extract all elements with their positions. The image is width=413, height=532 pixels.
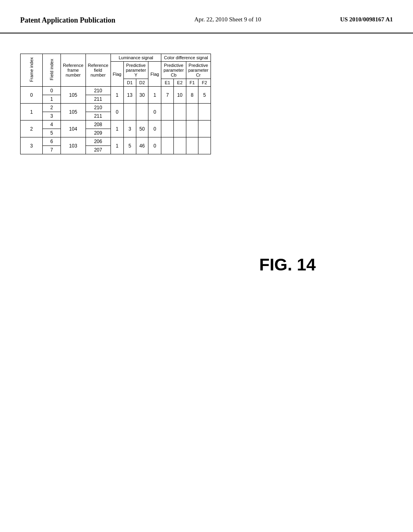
color-e1-header: E1 [161,79,174,87]
color-e1-7: 7 [161,87,174,104]
color-f2-empty-b [198,121,211,137]
ref-frame-103: 103 [61,137,86,154]
ref-field-210b: 210 [86,104,111,112]
frame-index-header: Frame index [21,54,43,87]
frame-index-2: 2 [21,121,43,137]
ref-field-header: Reference field number [86,54,111,87]
color-e2-empty-c [174,137,186,154]
luminance-group-header: Luminance signal [111,54,161,62]
ref-field-211: 211 [86,95,111,104]
figure-label: FIG. 14 [259,255,316,274]
color-e1-empty-c [161,137,174,154]
lum-flag-1-b: 1 [111,121,123,137]
color-e2-10: 10 [174,87,186,104]
color-group-header: Color difference signal [161,54,211,62]
frame-index-3: 3 [21,137,43,154]
color-cb-header: Predictive parameter Cb [161,62,186,79]
color-e2-empty-b [174,121,186,137]
lum-d1-header: D1 [123,79,136,87]
data-table: Frame index Field index Reference frame … [20,54,211,154]
color-f2-5: 5 [198,87,211,104]
color-flag-0-b: 0 [148,121,161,137]
field-index-0: 0 [43,87,61,95]
color-f1-8: 8 [186,87,198,104]
color-flag-0-c: 0 [148,137,161,154]
ref-field-211b: 211 [86,112,111,121]
lum-flag-1-a: 1 [111,87,123,104]
color-flag-header: Flag [148,62,161,87]
ref-field-210: 210 [86,87,111,95]
ref-field-207: 207 [86,146,111,154]
ref-field-209: 209 [86,129,111,137]
color-cr-header: Predictive parameter Cr [186,62,211,79]
field-index-1: 1 [43,95,61,104]
lum-predictive-header: Predictive parameter Y [123,62,148,79]
color-f1-empty-c [186,137,198,154]
color-e2-header: E2 [174,79,186,87]
page-header: Patent Application Publication Apr. 22, … [0,0,413,33]
lum-d1-5: 5 [123,137,136,154]
table-row: 0 0 105 210 1 13 30 1 7 10 8 5 [21,87,211,95]
ref-frame-105-a: 105 [61,87,86,104]
color-f1-empty-a [186,104,198,121]
field-index-5: 5 [43,129,61,137]
lum-flag-header: Flag [111,62,123,87]
color-e2-empty-a [174,104,186,121]
color-e1-empty-b [161,121,174,137]
lum-d2-empty-a [136,104,148,121]
color-flag-0-a: 0 [148,104,161,121]
patent-number: US 2010/0098167 A1 [340,16,393,23]
table-row: 2 4 104 208 1 3 50 0 [21,121,211,129]
table-row: 1 2 105 210 0 0 [21,104,211,112]
field-index-6: 6 [43,137,61,146]
lum-d2-header: D2 [136,79,148,87]
lum-d2-50: 50 [136,121,148,137]
table-row: 3 6 103 206 1 5 46 0 [21,137,211,146]
frame-index-1: 1 [21,104,43,121]
color-e1-empty-a [161,104,174,121]
color-f2-empty-c [198,137,211,154]
lum-d2-46: 46 [136,137,148,154]
lum-flag-1-c: 1 [111,137,123,154]
lum-d1-13: 13 [123,87,136,104]
lum-d2-30: 30 [136,87,148,104]
ref-frame-105-b: 105 [61,104,86,121]
field-index-4: 4 [43,121,61,129]
color-f2-header: F2 [198,79,211,87]
main-content: Frame index Field index Reference frame … [0,37,413,291]
color-f1-header: F1 [186,79,198,87]
ref-field-208: 208 [86,121,111,129]
color-f2-empty-a [198,104,211,121]
lum-d1-3: 3 [123,121,136,137]
color-f1-empty-b [186,121,198,137]
publication-title: Patent Application Publication [20,16,115,25]
color-flag-1-a: 1 [148,87,161,104]
lum-d1-empty-a [123,104,136,121]
field-index-7: 7 [43,146,61,154]
field-index-3: 3 [43,112,61,121]
lum-flag-0-a: 0 [111,104,123,121]
field-index-header: Field index [43,54,61,87]
field-index-2: 2 [43,104,61,112]
frame-index-0: 0 [21,87,43,104]
ref-field-206: 206 [86,137,111,146]
ref-frame-header: Reference frame number [61,54,86,87]
sheet-info: Apr. 22, 2010 Sheet 9 of 10 [194,16,261,23]
table-area: Frame index Field index Reference frame … [20,54,211,274]
ref-frame-104: 104 [61,121,86,137]
